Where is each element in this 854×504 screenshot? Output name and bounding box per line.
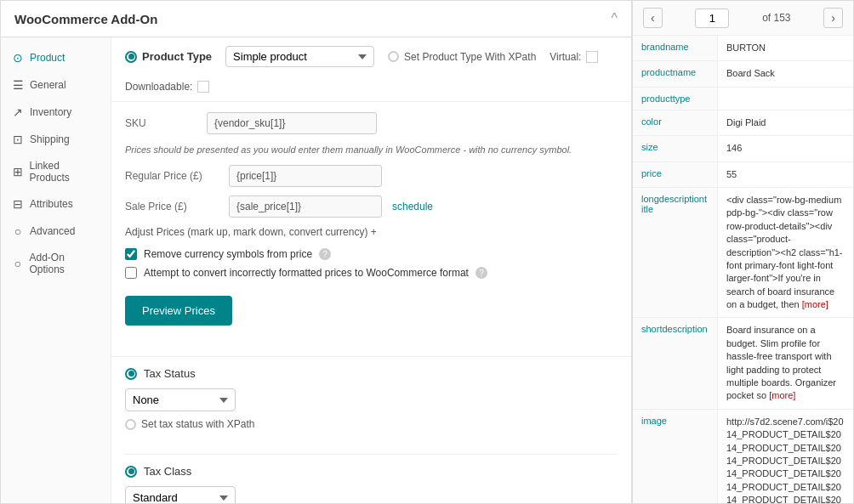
data-val-longdescriptiontitle: <div class="row-bg-medium pdp-bg-"><div … xyxy=(718,188,853,318)
sale-price-row: Sale Price (£) schedule xyxy=(125,195,618,218)
sku-label: SKU xyxy=(125,117,193,129)
product-type-icon: ⊙ xyxy=(11,51,25,65)
tax-status-radio[interactable] xyxy=(125,368,137,380)
prev-arrow[interactable]: ‹ xyxy=(643,8,663,28)
data-key-price: price xyxy=(633,162,718,187)
tax-status-select[interactable]: NoneTaxableShipping only xyxy=(125,388,236,411)
remove-currency-checkbox[interactable] xyxy=(125,248,137,260)
sidebar-item-general[interactable]: ☰General xyxy=(1,71,111,99)
downloadable-group: Downloadable: xyxy=(125,81,209,93)
sale-price-label: Sale Price (£) xyxy=(125,201,219,212)
sidebar-label-inventory: Inventory xyxy=(30,106,71,118)
data-row: colorDigi Plaid xyxy=(633,110,853,136)
convert-format-row: Attempt to convert incorrectly formatted… xyxy=(125,267,618,279)
data-row: shortdescriptionBoard insurance on a bud… xyxy=(633,318,853,409)
sale-price-input[interactable] xyxy=(229,195,382,218)
data-val-image: http://s7d2.scene7.com/i$2014_PRODUCT_DE… xyxy=(718,410,853,503)
tax-status-header: Tax Status xyxy=(125,367,618,380)
right-panel: ‹ of 153 › brandnameBURTONproductnameBoa… xyxy=(632,1,853,503)
virtual-group: Virtual: xyxy=(549,51,598,63)
tax-class-select[interactable]: StandardReduced RateZero Rate xyxy=(125,486,236,503)
regular-price-input[interactable] xyxy=(229,165,382,187)
preview-prices-button[interactable]: Preview Prices xyxy=(125,296,232,326)
schedule-link[interactable]: schedule xyxy=(392,201,433,212)
regular-price-label: Regular Price (£) xyxy=(125,170,219,182)
xpath-radio[interactable] xyxy=(388,51,399,62)
data-val-color: Digi Plaid xyxy=(718,110,853,135)
data-row: imagehttp://s7d2.scene7.com/i$2014_PRODU… xyxy=(633,410,853,503)
sidebar-item-linked-products[interactable]: ⊞Linked Products xyxy=(1,153,111,190)
product-type-bar: Product Type Simple productVariable prod… xyxy=(111,37,631,102)
data-key-brandname: brandname xyxy=(633,36,718,60)
sidebar-label-general: General xyxy=(30,79,66,91)
xpath-label: Set Product Type With XPath xyxy=(404,51,536,63)
product-type-select[interactable]: Simple productVariable productGrouped pr… xyxy=(225,46,374,67)
shipping-icon: ⊡ xyxy=(11,133,25,146)
virtual-label: Virtual: xyxy=(549,51,581,63)
sidebar-label-advanced: Advanced xyxy=(30,225,75,237)
sidebar-label-attributes: Attributes xyxy=(30,198,73,210)
data-key-size: size xyxy=(633,136,718,161)
adjust-prices-text: Adjust Prices (mark up, mark down, conve… xyxy=(125,226,377,238)
data-key-productname: productname xyxy=(633,61,718,86)
data-row: producttype xyxy=(633,88,853,110)
convert-format-label: Attempt to convert incorrectly formatted… xyxy=(144,267,469,279)
product-type-radio[interactable] xyxy=(125,51,137,63)
data-val-price: 55 xyxy=(718,162,853,187)
next-arrow[interactable]: › xyxy=(823,8,843,28)
tax-status-title: Tax Status xyxy=(144,367,196,380)
product-type-text: Product Type xyxy=(142,50,212,63)
help-icon-2[interactable]: ? xyxy=(475,267,487,279)
more-link-shortdescription[interactable]: [more] xyxy=(769,390,795,400)
sidebar-label-linked-products: Linked Products xyxy=(30,160,100,184)
attributes-icon: ⊟ xyxy=(11,197,25,211)
sidebar-item-shipping[interactable]: ⊡Shipping xyxy=(1,126,111,153)
data-row: size146 xyxy=(633,136,853,161)
data-val-size: 146 xyxy=(718,136,853,161)
data-val-producttype xyxy=(718,88,853,110)
data-val-productname: Board Sack xyxy=(718,61,853,86)
regular-price-row: Regular Price (£) xyxy=(125,165,618,187)
tax-status-xpath-label: Set tax status with XPath xyxy=(141,418,254,430)
data-table: brandnameBURTONproductnameBoard Sackprod… xyxy=(633,36,853,503)
sidebar-item-addon-options[interactable]: ○Add-On Options xyxy=(1,245,111,282)
data-key-longdescriptiontitle: longdescriptiontitle xyxy=(633,188,718,318)
tax-class-header: Tax Class xyxy=(125,465,618,478)
data-row: productnameBoard Sack xyxy=(633,61,853,87)
tax-status-xpath-radio[interactable] xyxy=(125,419,136,430)
convert-format-checkbox[interactable] xyxy=(125,267,137,279)
remove-currency-label: Remove currency symbols from price xyxy=(144,248,312,260)
sidebar: ⊙Product☰General↗Inventory⊡Shipping⊞Link… xyxy=(1,37,111,503)
sidebar-item-advanced[interactable]: ○Advanced xyxy=(1,218,111,245)
downloadable-label: Downloadable: xyxy=(125,81,192,93)
close-button[interactable]: ^ xyxy=(611,11,618,26)
sidebar-item-inventory[interactable]: ↗Inventory xyxy=(1,99,111,126)
virtual-checkbox[interactable] xyxy=(586,51,598,63)
adjust-prices: Adjust Prices (mark up, mark down, conve… xyxy=(125,226,618,238)
data-key-image: image xyxy=(633,410,718,503)
more-link-longdescriptiontitle[interactable]: [more] xyxy=(802,299,828,309)
data-val-shortdescription: Board insurance on a budget. Slim profil… xyxy=(718,318,853,408)
sidebar-item-product-type[interactable]: ⊙Product xyxy=(1,44,111,71)
downloadable-checkbox[interactable] xyxy=(197,81,209,93)
xpath-option: Set Product Type With XPath xyxy=(388,51,536,63)
sidebar-item-attributes[interactable]: ⊟Attributes xyxy=(1,190,111,218)
page-input[interactable] xyxy=(695,8,729,28)
sku-input[interactable] xyxy=(207,112,377,134)
tax-status-section: Tax Status NoneTaxableShipping only Set … xyxy=(111,367,631,454)
advanced-icon: ○ xyxy=(11,224,25,238)
data-row: longdescriptiontitle<div class="row-bg-m… xyxy=(633,188,853,319)
page-total: of 153 xyxy=(762,12,790,24)
data-row: brandnameBURTON xyxy=(633,36,853,61)
remove-currency-row: Remove currency symbols from price ? xyxy=(125,248,618,260)
help-icon-1[interactable]: ? xyxy=(319,248,331,260)
right-panel-nav: ‹ of 153 › xyxy=(633,1,853,36)
general-icon: ☰ xyxy=(11,78,25,92)
panel-title: WooCommerce Add-On xyxy=(14,12,157,26)
main-area: Product Type Simple productVariable prod… xyxy=(111,37,631,503)
linked-products-icon: ⊞ xyxy=(11,165,25,178)
addon-options-icon: ○ xyxy=(11,257,25,270)
tax-class-radio[interactable] xyxy=(125,466,137,478)
data-key-producttype: producttype xyxy=(633,88,718,110)
sidebar-label-shipping: Shipping xyxy=(30,133,70,145)
